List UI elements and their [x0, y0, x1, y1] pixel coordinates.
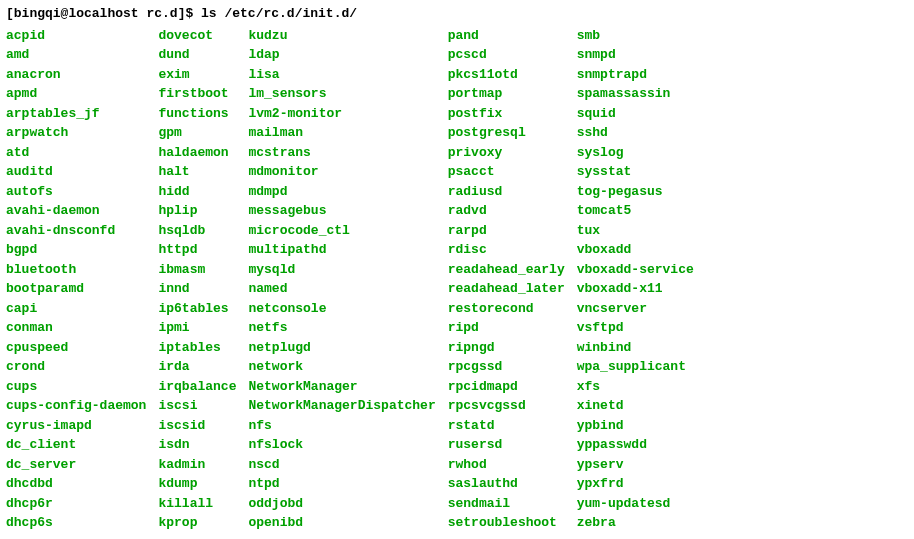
file-entry: irqbalance [158, 377, 236, 397]
file-entry: lm_sensors [248, 84, 435, 104]
file-entry: rstatd [448, 416, 565, 436]
file-entry: ip6tables [158, 299, 236, 319]
file-entry: auditd [6, 162, 146, 182]
file-entry: ripngd [448, 338, 565, 358]
file-entry: mysqld [248, 260, 435, 280]
file-entry: vboxadd [577, 240, 694, 260]
file-entry: ntpd [248, 474, 435, 494]
file-entry: privoxy [448, 143, 565, 163]
file-entry: netfs [248, 318, 435, 338]
file-entry: squid [577, 104, 694, 124]
file-entry: ypxfrd [577, 474, 694, 494]
file-entry: psacct [448, 162, 565, 182]
file-entry: crond [6, 357, 146, 377]
file-entry: setroubleshoot [448, 513, 565, 533]
file-entry: innd [158, 279, 236, 299]
file-entry: oddjobd [248, 494, 435, 514]
file-entry: postfix [448, 104, 565, 124]
file-entry: ypbind [577, 416, 694, 436]
file-entry: tux [577, 221, 694, 241]
file-entry: NetworkManagerDispatcher [248, 396, 435, 416]
file-entry: dc_client [6, 435, 146, 455]
ls-output: acpidamdanacronapmdarptables_jfarpwatcha… [6, 26, 908, 533]
file-entry: kadmin [158, 455, 236, 475]
file-entry: arptables_jf [6, 104, 146, 124]
file-entry: rdisc [448, 240, 565, 260]
file-entry: iscsi [158, 396, 236, 416]
file-entry: lisa [248, 65, 435, 85]
file-entry: pkcs11otd [448, 65, 565, 85]
file-entry: named [248, 279, 435, 299]
file-entry: lvm2-monitor [248, 104, 435, 124]
file-entry: hplip [158, 201, 236, 221]
file-entry: readahead_later [448, 279, 565, 299]
file-entry: restorecond [448, 299, 565, 319]
file-entry: functions [158, 104, 236, 124]
file-entry: netplugd [248, 338, 435, 358]
file-entry: dund [158, 45, 236, 65]
file-entry: avahi-dnsconfd [6, 221, 146, 241]
file-entry: rpcidmapd [448, 377, 565, 397]
file-entry: spamassassin [577, 84, 694, 104]
file-entry: dovecot [158, 26, 236, 46]
file-entry: acpid [6, 26, 146, 46]
file-entry: firstboot [158, 84, 236, 104]
file-entry: kprop [158, 513, 236, 533]
file-entry: smb [577, 26, 694, 46]
file-entry: capi [6, 299, 146, 319]
file-entry: vsftpd [577, 318, 694, 338]
file-entry: avahi-daemon [6, 201, 146, 221]
file-entry: dhcp6s [6, 513, 146, 533]
file-entry: autofs [6, 182, 146, 202]
file-entry: yum-updatesd [577, 494, 694, 514]
file-entry: messagebus [248, 201, 435, 221]
file-entry: atd [6, 143, 146, 163]
file-entry: rpcgssd [448, 357, 565, 377]
file-entry: kdump [158, 474, 236, 494]
file-entry: mailman [248, 123, 435, 143]
file-entry: radvd [448, 201, 565, 221]
file-entry: tomcat5 [577, 201, 694, 221]
file-entry: isdn [158, 435, 236, 455]
file-entry: ibmasm [158, 260, 236, 280]
file-entry: rwhod [448, 455, 565, 475]
file-entry: halt [158, 162, 236, 182]
file-entry: wpa_supplicant [577, 357, 694, 377]
file-entry: cups [6, 377, 146, 397]
column-5: smbsnmpdsnmptrapdspamassassinsquidsshdsy… [577, 26, 694, 533]
file-entry: yppasswdd [577, 435, 694, 455]
file-entry: kudzu [248, 26, 435, 46]
column-1: acpidamdanacronapmdarptables_jfarpwatcha… [6, 26, 146, 533]
shell-prompt: [bingqi@localhost rc.d]$ ls /etc/rc.d/in… [6, 4, 908, 24]
file-entry: exim [158, 65, 236, 85]
file-entry: microcode_ctl [248, 221, 435, 241]
file-entry: nfslock [248, 435, 435, 455]
file-entry: sendmail [448, 494, 565, 514]
file-entry: nfs [248, 416, 435, 436]
column-4: pandpcscdpkcs11otdportmappostfixpostgres… [448, 26, 565, 533]
file-entry: dhcdbd [6, 474, 146, 494]
file-entry: killall [158, 494, 236, 514]
file-entry: cyrus-imapd [6, 416, 146, 436]
file-entry: ipmi [158, 318, 236, 338]
file-entry: dhcp6r [6, 494, 146, 514]
file-entry: bluetooth [6, 260, 146, 280]
file-entry: iptables [158, 338, 236, 358]
file-entry: cpuspeed [6, 338, 146, 358]
file-entry: pcscd [448, 45, 565, 65]
file-entry: sysstat [577, 162, 694, 182]
file-entry: snmpd [577, 45, 694, 65]
file-entry: bgpd [6, 240, 146, 260]
file-entry: nscd [248, 455, 435, 475]
file-entry: network [248, 357, 435, 377]
file-entry: winbind [577, 338, 694, 358]
file-entry: vboxadd-service [577, 260, 694, 280]
file-entry: iscsid [158, 416, 236, 436]
file-entry: ldap [248, 45, 435, 65]
file-entry: snmptrapd [577, 65, 694, 85]
file-entry: haldaemon [158, 143, 236, 163]
file-entry: bootparamd [6, 279, 146, 299]
file-entry: mcstrans [248, 143, 435, 163]
file-entry: portmap [448, 84, 565, 104]
column-3: kudzuldaplisalm_sensorslvm2-monitormailm… [248, 26, 435, 533]
